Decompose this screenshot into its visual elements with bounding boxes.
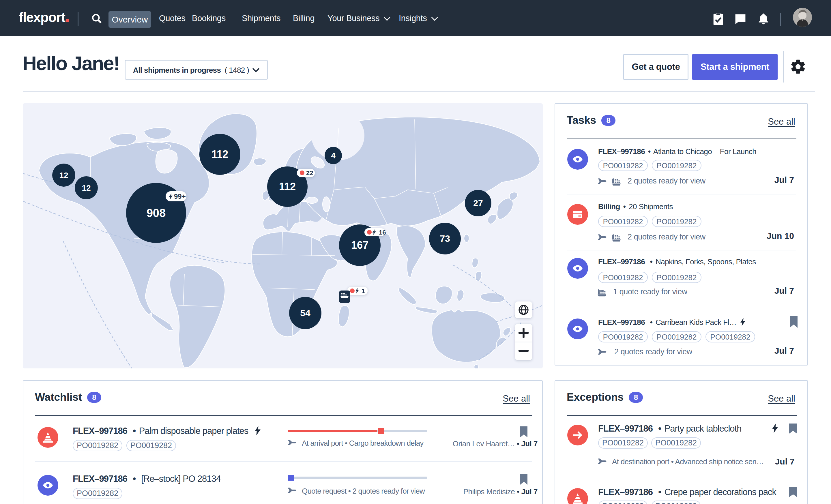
svg-text:99+: 99+: [174, 192, 186, 200]
svg-text:112: 112: [211, 148, 228, 160]
svg-text:12: 12: [59, 171, 68, 180]
svg-text:908: 908: [147, 207, 166, 219]
svg-text:12: 12: [82, 183, 91, 192]
svg-text:54: 54: [300, 308, 311, 318]
svg-text:73: 73: [440, 233, 450, 244]
svg-text:4: 4: [331, 151, 336, 160]
svg-text:27: 27: [473, 198, 483, 208]
svg-text:22: 22: [306, 169, 313, 177]
svg-text:167: 167: [351, 239, 369, 251]
svg-text:16: 16: [379, 229, 386, 236]
svg-text:112: 112: [279, 181, 296, 192]
svg-text:1: 1: [362, 287, 365, 295]
